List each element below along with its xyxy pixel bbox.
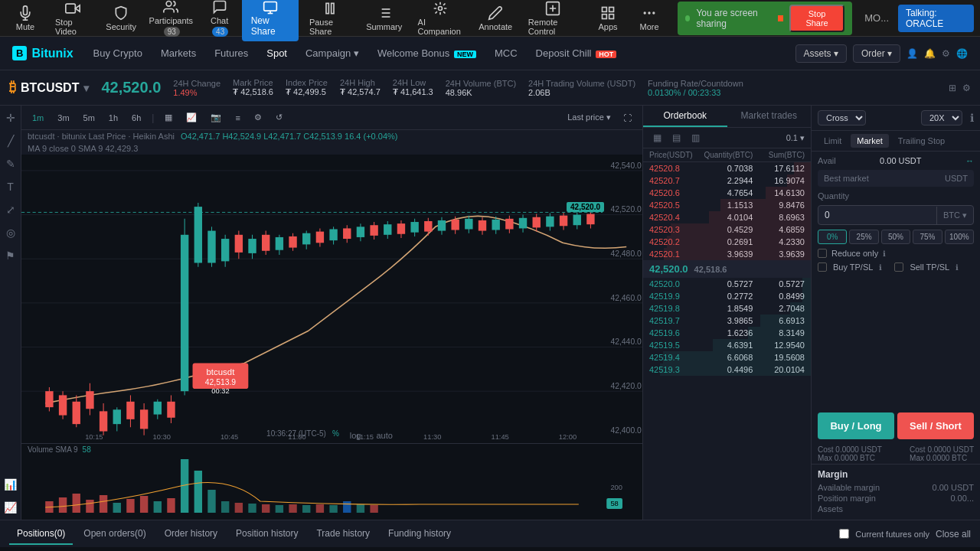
- ask-row[interactable]: 42520.4 4.0104 8.6963: [643, 211, 811, 223]
- tf-1h[interactable]: 1h: [104, 112, 122, 124]
- ob-bids-icon[interactable]: ▤: [668, 131, 684, 145]
- reduce-only-checkbox[interactable]: [818, 249, 827, 258]
- leverage-select[interactable]: 20X: [921, 110, 962, 126]
- cross-mode-select[interactable]: Cross: [818, 110, 866, 126]
- stop-video-button[interactable]: Stop Video: [47, 0, 97, 39]
- buy-long-button[interactable]: Buy / Long: [818, 412, 894, 439]
- orderbook-tab[interactable]: Orderbook: [643, 106, 727, 127]
- crosshair-icon[interactable]: ✛: [3, 109, 18, 127]
- sell-tp-info-icon[interactable]: ℹ: [956, 263, 959, 272]
- buy-tp-checkbox[interactable]: [818, 262, 827, 272]
- tab-trailing-stop[interactable]: Trailing Stop: [892, 134, 951, 148]
- security-button[interactable]: Security: [100, 2, 142, 34]
- tab-positions[interactable]: Positions(0): [9, 523, 73, 545]
- symbol-name[interactable]: ₿ BTCUSDT ▾: [9, 80, 89, 96]
- pct-0[interactable]: 0%: [818, 230, 847, 244]
- qty-input-row[interactable]: BTC ▾: [818, 205, 974, 225]
- list-btn[interactable]: ≡: [230, 112, 244, 124]
- remote-control-button[interactable]: Remote Control: [521, 0, 586, 39]
- current-futures-checkbox[interactable]: [839, 529, 849, 539]
- line-icon[interactable]: ╱: [5, 132, 17, 150]
- pct-75[interactable]: 75%: [913, 230, 942, 244]
- eye-icon[interactable]: ◎: [3, 223, 18, 242]
- ask-row[interactable]: 42520.8 0.7038 17.6112: [643, 162, 811, 174]
- nav-campaign[interactable]: Campaign ▾: [298, 43, 367, 64]
- bid-row[interactable]: 42519.8 1.8549 2.7048: [643, 302, 811, 315]
- ask-row[interactable]: 42520.6 4.7654 14.6130: [643, 187, 811, 199]
- nav-spot[interactable]: Spot: [259, 43, 295, 64]
- tab-open-orders[interactable]: Open orders(0): [76, 523, 153, 545]
- bid-row[interactable]: 42519.3 0.4496 20.0104: [643, 364, 811, 376]
- sell-short-button[interactable]: Sell / Short: [897, 412, 974, 439]
- chart-type-icon[interactable]: 📊: [1, 475, 20, 494]
- summary-button[interactable]: Summary: [361, 2, 407, 34]
- tf-1m[interactable]: 1m: [28, 112, 48, 124]
- auto-btn[interactable]: auto: [371, 429, 397, 442]
- ask-row[interactable]: 42520.5 1.1513 9.8476: [643, 199, 811, 211]
- tf-5m[interactable]: 5m: [79, 112, 100, 124]
- stop-share-button[interactable]: Stop Share: [789, 5, 844, 32]
- tab-trade-history[interactable]: Trade history: [309, 523, 377, 545]
- text-icon[interactable]: T: [4, 178, 17, 196]
- symbol-dropdown-icon[interactable]: ▾: [83, 82, 89, 94]
- bid-row[interactable]: 42519.6 1.6236 8.3149: [643, 327, 811, 339]
- profile-icon[interactable]: 👤: [906, 48, 918, 59]
- ask-row[interactable]: 42520.2 0.2691 4.2330: [643, 236, 811, 248]
- nav-deposit-chill[interactable]: Deposit Chill HOT: [528, 43, 625, 64]
- more-button[interactable]: More: [630, 2, 668, 34]
- tab-position-history[interactable]: Position history: [228, 523, 305, 545]
- grid-layout-icon[interactable]: ⊞: [949, 83, 956, 93]
- pct-25[interactable]: 25%: [849, 230, 878, 244]
- ask-row[interactable]: 42520.3 0.4529 4.6859: [643, 223, 811, 236]
- fullscreen-btn[interactable]: ⛶: [619, 112, 636, 124]
- nav-mcc[interactable]: MCC: [487, 43, 525, 64]
- participants-button[interactable]: Participants 93: [145, 0, 198, 40]
- qty-input[interactable]: [818, 206, 936, 224]
- mute-button[interactable]: Mute: [6, 2, 44, 34]
- market-trades-tab[interactable]: Market trades: [727, 106, 812, 127]
- tf-6h[interactable]: 6h: [127, 112, 145, 124]
- pct-100[interactable]: 100%: [945, 230, 974, 244]
- chat-button[interactable]: Chat 43: [201, 0, 239, 40]
- order-button[interactable]: Order ▾: [853, 44, 900, 63]
- ask-row[interactable]: 42520.1 3.9639 3.9639: [643, 248, 811, 260]
- camera-btn[interactable]: 📷: [206, 111, 226, 124]
- tf-3m[interactable]: 3m: [53, 112, 74, 124]
- tab-market[interactable]: Market: [851, 134, 889, 148]
- close-all-button[interactable]: Close all: [936, 529, 971, 540]
- bar-chart-btn[interactable]: ▦: [160, 111, 177, 124]
- transfer-icon[interactable]: ↔: [965, 156, 974, 165]
- ask-row[interactable]: 42520.7 2.2944 16.9074: [643, 174, 811, 187]
- line-chart-btn[interactable]: 📈: [181, 111, 201, 124]
- annotate-button[interactable]: Annotate: [474, 2, 518, 34]
- chart-canvas[interactable]: 42,540.0 42,520.0 42,480.0 42,460.0 42,4…: [21, 155, 642, 443]
- sell-tp-checkbox[interactable]: [894, 262, 903, 272]
- pencil-icon[interactable]: ✎: [3, 155, 18, 173]
- reduce-info-icon[interactable]: ℹ: [883, 249, 886, 258]
- tab-limit[interactable]: Limit: [818, 134, 848, 148]
- bid-row[interactable]: 42519.7 3.9865 6.6913: [643, 315, 811, 327]
- bid-row[interactable]: 42519.9 0.2772 0.8499: [643, 290, 811, 302]
- tab-order-history[interactable]: Order history: [157, 523, 225, 545]
- log-btn[interactable]: log: [345, 429, 366, 442]
- last-price-btn[interactable]: Last price ▾: [563, 111, 616, 124]
- tab-funding-history[interactable]: Funding history: [381, 523, 459, 545]
- pause-share-button[interactable]: Pause Share: [302, 0, 358, 39]
- settings-chart-btn[interactable]: ⚙: [250, 111, 266, 124]
- bid-row[interactable]: 42519.5 4.6391 12.9540: [643, 339, 811, 351]
- info-icon[interactable]: ℹ: [970, 112, 974, 124]
- ob-asks-icon[interactable]: ▥: [688, 131, 704, 145]
- new-share-button[interactable]: New Share: [242, 0, 299, 41]
- measure-icon[interactable]: ⤢: [3, 201, 18, 219]
- flag-icon[interactable]: ⚑: [2, 246, 18, 265]
- ai-companion-button[interactable]: AI Companion: [410, 0, 471, 39]
- apps-button[interactable]: Apps: [589, 2, 627, 34]
- grid-icon[interactable]: ⚙: [942, 48, 950, 59]
- nav-futures[interactable]: Futures: [207, 43, 256, 64]
- ob-all-icon[interactable]: ▦: [649, 131, 665, 145]
- pct-50[interactable]: 50%: [881, 230, 910, 244]
- settings-icon[interactable]: ⚙: [962, 83, 971, 93]
- globe-icon[interactable]: 🌐: [956, 48, 968, 59]
- nav-markets[interactable]: Markets: [153, 43, 204, 64]
- assets-button[interactable]: Assets ▾: [795, 44, 847, 63]
